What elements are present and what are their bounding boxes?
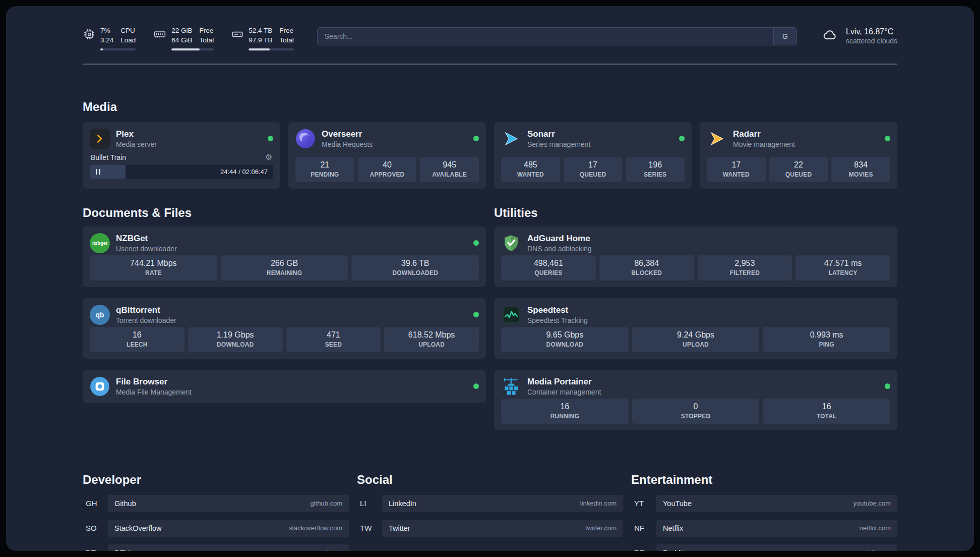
bookmark-link-twitter[interactable]: Twitter twitter.com [382,520,623,537]
bookmark-row: RE Reddit reddit.com [631,544,897,551]
app-card-portainer[interactable]: Media Portainer Container management 16 … [494,370,897,430]
app-card-qbittorrent[interactable]: qb qBittorrent Torrent downloader 16 LEE… [83,298,486,359]
disk-free-value: 52.4 TB [249,26,272,36]
app-card-radarr[interactable]: Radarr Movie management 17 WANTED 22 QUE… [700,122,897,189]
bookmark-url: linkedin.com [580,499,617,507]
bookmark-abbr: LI [357,499,382,508]
stat-label: DOWNLOAD [503,341,627,348]
ram-label-2: Total [200,36,214,45]
card-header: nzbget NZBGet Usenet downloader [90,233,479,253]
app-name: qBittorrent [116,305,176,315]
stat-tile-queued: 17 QUEUED [564,157,623,182]
bookmark-link-github[interactable]: Github github.com [108,495,349,512]
app-subtitle: DNS and adblocking [527,245,592,253]
adguard-icon [501,233,521,253]
stat-label: AVAILABLE [422,171,477,178]
app-card-sonarr[interactable]: Sonarr Series management 485 WANTED 17 Q… [494,122,692,189]
stat-label: WANTED [709,171,764,178]
section-media: Media Plex Media server [83,100,897,189]
bookmark-link-dev[interactable]: DEV dev.to [108,544,349,551]
app-name: NZBGet [116,234,177,244]
stat-value: 0 [634,402,758,411]
search-engine-button[interactable]: G [773,28,797,45]
bookmark-group-entertainment: Entertainment YT YouTube youtube.com NF … [631,473,897,551]
stat-tile-wanted: 485 WANTED [501,157,560,182]
status-dot [473,240,479,246]
search-input[interactable] [318,32,773,40]
disk-progress-fill [249,48,270,50]
stat-tile-wanted: 17 WANTED [707,157,766,182]
overseerr-icon [295,129,316,149]
stat-tiles: 744.21 Mbps RATE 266 GB REMAINING 39.6 T… [90,255,479,281]
bookmark-abbr: TW [357,524,382,532]
stat-value: 485 [503,160,558,170]
stat-label: QUEUED [771,171,826,178]
bookmark-row: YT YouTube youtube.com [631,495,897,512]
ram-total-value: 64 GiB [171,36,192,45]
app-subtitle: Usenet downloader [116,245,177,253]
stat-label: DOWNLOADED [353,269,477,276]
ram-widget: 22 GiB 64 GiB Free Total [153,26,214,50]
pause-icon[interactable] [96,169,100,175]
app-card-nzbget[interactable]: nzbget NZBGet Usenet downloader 744.21 M… [83,227,486,287]
stat-tile-running: 16 RUNNING [501,399,629,424]
stat-value: 17 [566,160,621,170]
stat-value: 17 [709,160,764,170]
nzbget-icon: nzbget [90,233,110,253]
bookmark-url: stackoverflow.com [289,524,342,532]
ram-label-1: Free [200,26,214,36]
stat-label: STOPPED [634,413,758,420]
bookmark-name: StackOverflow [114,524,161,532]
app-card-filebrowser[interactable]: File Browser Media File Management [83,370,486,403]
bookmark-link-linkedin[interactable]: LinkedIn linkedin.com [382,495,623,512]
stat-tile-ping: 0.993 ms PING [763,327,890,352]
bookmark-abbr: YT [631,499,656,508]
stat-value: 471 [288,330,379,340]
stat-tile-leech: 16 LEECH [90,327,185,352]
stat-value: 945 [422,160,477,170]
stat-label: PENDING [297,171,352,178]
gear-icon[interactable]: ⚙ [265,153,272,161]
app-card-adguard[interactable]: AdGuard Home DNS and adblocking 498,461 … [494,227,897,287]
stat-tile-queued: 22 QUEUED [769,157,828,182]
disk-label-1: Free [279,26,294,36]
app-card-overseerr[interactable]: Overseerr Media Requests 21 PENDING 40 A… [288,122,486,189]
app-name: AdGuard Home [527,234,592,244]
app-subtitle: Movie management [733,140,795,148]
bookmark-link-youtube[interactable]: YouTube youtube.com [656,495,897,512]
bookmark-name: Twitter [389,524,410,532]
bookmark-link-stackoverflow[interactable]: StackOverflow stackoverflow.com [108,520,349,537]
dashboard-root: 7% 3.24 CPU Load [6,6,974,551]
filebrowser-icon [90,376,110,397]
stat-value: 39.6 TB [353,259,477,268]
stat-label: UPLOAD [634,341,758,348]
stat-label: RATE [92,269,215,276]
stat-tile-total: 16 TOTAL [763,399,890,424]
cpu-widget: 7% 3.24 CPU Load [83,26,136,50]
app-card-speedtest[interactable]: Speedtest Speedtest Tracking 9.65 Gbps D… [494,298,897,359]
disk-icon [231,28,244,43]
app-card-plex[interactable]: Plex Media server Bullet Train ⚙ [83,122,280,189]
stat-label: MOVIES [833,171,888,178]
disk-progress-track [249,48,294,50]
stat-value: 22 [771,160,826,170]
card-header: File Browser Media File Management [90,376,479,397]
app-name: Media Portainer [527,377,601,387]
cpu-progress-fill [100,48,103,50]
ram-progress-track [171,48,214,50]
stat-value: 86,384 [601,259,692,268]
bookmark-name: Netflix [663,524,683,532]
sonarr-icon [501,129,521,149]
card-header: Plex Media server [90,129,273,149]
cpu-load-value: 3.24 [100,36,113,45]
weather-condition: scattered clouds [846,37,897,45]
stat-tile-seed: 471 SEED [286,327,381,352]
bookmark-row: SO StackOverflow stackoverflow.com [83,520,349,537]
player-progress-bar[interactable]: 24:44 / 02:06:47 [90,165,273,179]
stat-value: 40 [360,160,415,170]
bookmark-url: netflix.com [860,524,891,532]
bookmark-link-reddit[interactable]: Reddit reddit.com [656,544,897,551]
bookmark-link-netflix[interactable]: Netflix netflix.com [656,520,897,537]
stat-tiles: 485 WANTED 17 QUEUED 196 SERIES [501,157,685,182]
stat-label: QUERIES [503,269,594,276]
